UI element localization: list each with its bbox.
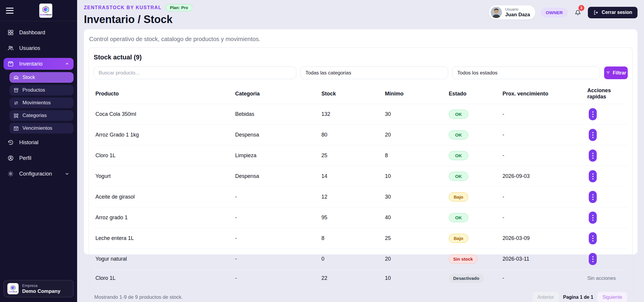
next-page-button[interactable]: Siguiente [597,292,627,302]
cell-producto: Aceite de girasol [94,187,233,207]
hamburger-menu-icon[interactable] [6,8,14,14]
cell-stock: 14 [320,166,383,187]
cube-logo-icon [10,285,16,291]
status-badge: Bajo [449,192,468,202]
profile-icon [7,155,14,161]
sidebar-item-label: Configuracion [19,171,52,177]
user-pill[interactable]: Usuario Juan Daza [489,5,535,20]
gear-icon [7,171,14,177]
status-badge: OK [449,130,468,139]
row-actions-button[interactable] [589,129,597,141]
cell-minimo: 25 [383,228,447,249]
cell-producto: Leche entera 1L [94,228,233,249]
row-actions-button[interactable] [589,150,597,162]
logout-button[interactable]: Cerrar sesion [588,7,638,18]
sidebar-item-label: Vencimientos [22,125,52,131]
main-content: ZENTRASTOCK BY KUSTRAL Plan: Pro Inventa… [77,0,644,302]
cell-vencimiento: 2026-03-09 [501,228,586,249]
sidebar-item-dashboard[interactable]: Dashboard [4,27,74,38]
col-minimo: Minimo [383,84,447,104]
cell-producto: Cloro 1L [94,269,233,287]
sidebar-item-historial[interactable]: Historial [4,137,74,148]
table-row: Cloro 1L Limpieza 25 8 OK - [94,145,628,166]
sidebar-item-vencimientos[interactable]: Vencimientos [9,123,74,134]
cube-logo-icon [42,6,50,13]
sidebar-item-stock[interactable]: Stock [9,72,74,83]
row-actions-button[interactable] [589,232,597,244]
table-header-row: Producto Categoria Stock Minimo Estado P… [94,84,628,104]
sidebar-item-productos[interactable]: Productos [9,85,74,95]
filter-button-label: Filtrar [613,70,626,76]
cell-producto: Coca Cola 350ml [94,104,233,125]
calendar-x-icon [13,126,19,131]
company-logo: ZentraStock [7,283,19,294]
sidebar-item-movimientos[interactable]: Movimientos [9,98,74,108]
notifications-button[interactable]: 3 [574,8,582,17]
history-icon [7,139,14,146]
sidebar-item-categorias[interactable]: Categorias [9,110,74,121]
logout-label: Cerrar sesion [602,10,632,15]
cell-producto: Yogurt [94,166,233,187]
pagination: Anterior Pagina 1 de 1 Siguiente [532,292,627,302]
cell-stock: 22 [320,269,383,287]
sidebar-item-perfil[interactable]: Perfil [4,152,74,164]
table-row: Aceite de girasol - 12 30 Bajo - [94,187,628,207]
sidebar-item-label: Movimientos [22,100,51,106]
cell-vencimiento: - [501,269,586,287]
warehouse-icon [13,75,19,80]
page-title: Inventario / Stock [84,13,192,26]
cell-categoria: - [233,249,320,269]
inventario-submenu: Stock Productos Movimientos Categorias V… [4,72,74,134]
cell-minimo: 20 [383,249,447,269]
user-info: Usuario Juan Daza [505,7,530,18]
status-badge: Desactivado [449,274,484,283]
sidebar-nav: Dashboard Usuarios Inventario Stock Prod… [0,21,77,184]
sidebar-item-configuracion[interactable]: Configuracion [4,168,74,180]
row-actions-button[interactable] [589,191,597,203]
cell-minimo: 30 [383,104,447,125]
cell-categoria: - [233,269,320,287]
no-actions-label: Sin acciones [587,275,616,281]
sidebar-item-label: Perfil [19,155,31,161]
status-badge: OK [449,172,468,181]
users-icon [7,45,14,51]
cell-producto: Arroz grado 1 [94,207,233,228]
sidebar-item-usuarios[interactable]: Usuarios [4,42,74,54]
row-actions-button[interactable] [589,212,597,224]
status-badge: OK [449,151,468,160]
cell-vencimiento: - [501,187,586,207]
cell-minimo: 8 [383,145,447,166]
plan-badge: Plan: Pro [166,4,192,11]
row-actions-button[interactable] [589,253,597,265]
row-actions-button[interactable] [589,108,597,120]
page-heading: ZENTRASTOCK BY KUSTRAL Plan: Pro Inventa… [84,4,192,26]
sidebar-item-label: Usuarios [19,45,40,51]
sidebar-item-label: Inventario [19,61,43,67]
cell-categoria: Despensa [233,166,320,187]
cell-stock: 80 [320,125,383,145]
box-icon [7,61,14,67]
search-input[interactable] [94,66,296,79]
grid-icon [7,29,14,36]
previous-page-button[interactable]: Anterior [532,292,559,302]
category-select[interactable]: Todas las categorias [300,66,448,79]
row-actions-button[interactable] [589,170,597,182]
stock-table: Producto Categoria Stock Minimo Estado P… [94,84,628,287]
filter-button[interactable]: Filtrar [604,66,628,79]
sidebar-item-inventario[interactable]: Inventario [4,58,74,70]
chevron-down-icon [64,171,70,176]
brand-row: ZENTRASTOCK BY KUSTRAL Plan: Pro [84,4,192,11]
page-subtitle: Control operativo de stock, catalogo de … [89,36,633,43]
cell-stock: 12 [320,187,383,207]
avatar [491,7,502,18]
cell-vencimiento: - [501,125,586,145]
status-select[interactable]: Todos los estados [452,66,600,79]
content-card: Control operativo de stock, catalogo de … [84,29,638,254]
cell-stock: 0 [320,249,383,269]
filter-lines-icon [606,70,611,75]
cell-minimo: 10 [383,166,447,187]
cell-minimo: 40 [383,207,447,228]
logo-wordmark: ZentraStock [9,291,17,293]
company-label: Empresa [22,283,60,288]
col-vencimiento: Prox. vencimiento [501,84,586,104]
